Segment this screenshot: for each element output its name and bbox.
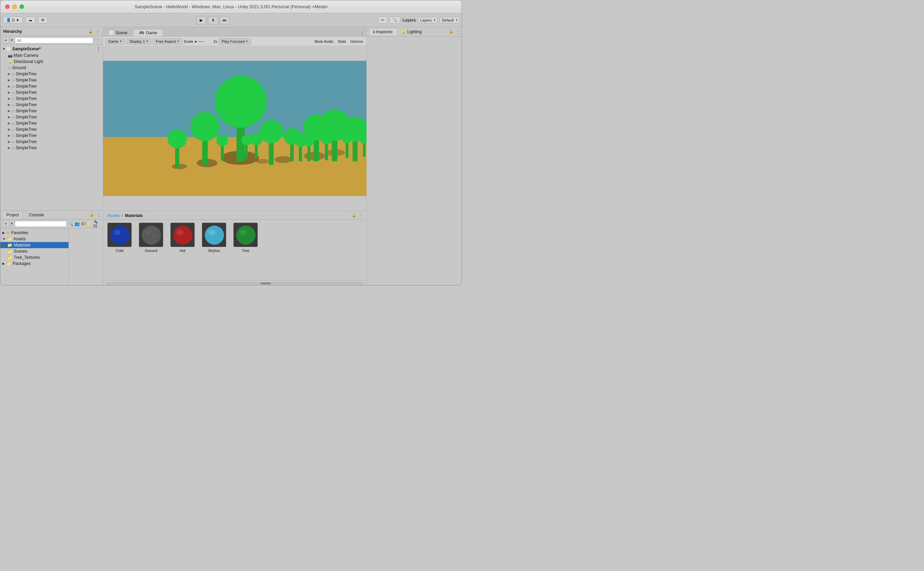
hierarchy-search-input[interactable] [15,37,93,43]
display-label: Display 1 [130,39,145,43]
assets-label: Assets [13,236,26,241]
list-item[interactable]: Skybox [200,222,228,253]
gizmos-button[interactable]: Gizmos [349,39,365,44]
scene-arrow: ▼ [2,47,6,51]
lock-icon-project[interactable]: 🔒 [90,213,94,217]
more-icon-inspector[interactable]: ⋮ [456,29,460,34]
list-item[interactable]: ▶▭SimpleTree [0,83,103,90]
list-item[interactable]: Ground [138,222,165,253]
layers-label: Layers [402,18,416,23]
item-icon: ▭ [8,66,11,70]
list-item[interactable]: ▶▭SimpleTree [0,96,103,102]
breadcrumb-assets[interactable]: Assets [107,213,119,218]
list-item[interactable]: Hot [169,222,196,253]
list-item[interactable]: 📷 Main Camera [0,52,103,59]
play-button[interactable]: ▶ [196,16,207,24]
star-icon[interactable]: ⭐ [87,221,92,226]
svg-rect-29 [307,144,310,162]
scrollbar-thumb[interactable] [261,282,271,284]
item-icon: ▭ [11,127,15,132]
more-icon[interactable]: ⋮ [95,29,100,34]
tab-inspector[interactable]: ℹ Inspector [369,28,397,35]
mute-audio-button[interactable]: Mute Audio [314,39,335,44]
add-asset-button[interactable]: + [2,221,9,227]
list-item[interactable]: ▶▭SimpleTree [0,133,103,139]
tag-icon[interactable]: 🏷 [81,221,85,226]
list-item[interactable]: ▶▭SimpleTree [0,71,103,77]
list-item[interactable]: ▶▭SimpleTree [0,126,103,133]
svg-point-53 [205,225,224,245]
pause-button[interactable]: ⏸ [208,16,218,24]
more-icon-project[interactable]: ⋮ [96,212,101,218]
cold-label: Cold [116,248,124,253]
inspector-tab-label: Inspector [376,29,392,34]
default-dropdown[interactable]: Default [439,17,460,23]
history-button[interactable]: ↩ [378,17,387,24]
item-label: SimpleTree [16,102,37,107]
favorites-label: Favorites [11,230,28,235]
services-button[interactable]: ⚙ [38,17,48,24]
tab-scene[interactable]: ⬜ Scene [103,29,133,36]
dropdown-arrow-small: ▼ [11,39,13,42]
account-button[interactable]: 👤 D ▼ [3,17,23,24]
minimize-button[interactable] [12,5,17,9]
packages-folder[interactable]: ▶ 📁 Packages [0,261,68,267]
maximize-button[interactable] [20,5,24,9]
close-button[interactable] [5,5,9,9]
hierarchy-search-icon[interactable]: ⋮ [94,37,101,43]
scale-dot: ● [195,39,197,43]
list-item[interactable]: Tree [232,222,259,253]
svg-point-38 [216,134,228,146]
tab-console[interactable]: Console [25,212,47,218]
lock-icon-assets[interactable]: 🔒 [352,213,357,218]
cloud-button[interactable]: ☁ [25,17,35,24]
layers-dropdown[interactable]: Layers [418,17,437,23]
list-item[interactable]: ▶▭SimpleTree [0,145,103,151]
list-item[interactable]: Cold [106,222,133,253]
play-focused-button[interactable]: Play Focused [219,39,251,45]
tab-project[interactable]: Project [2,211,23,218]
item-label: SimpleTree [16,133,37,138]
scene-tab-label: Scene [116,31,127,35]
list-item[interactable]: ▶▭SimpleTree [0,114,103,120]
more-icon-game[interactable]: ⋮ [360,31,365,36]
list-item[interactable]: ▶▭SimpleTree [0,120,103,126]
svg-point-54 [208,230,215,235]
item-icon: ▭ [11,121,15,126]
folder-icon: 📁 [7,249,12,254]
favorites-item[interactable]: ▶ ★ Favorites [0,230,68,236]
list-item[interactable]: ▶▭SimpleTree [0,90,103,96]
tab-lighting[interactable]: 💡 Lighting [397,28,426,35]
list-item[interactable]: ▶▭SimpleTree [0,102,103,108]
list-item[interactable]: ▶▭SimpleTree [0,139,103,145]
list-item[interactable]: 💡 Directional Light [0,59,103,65]
hierarchy-scene-root[interactable]: ▼ ⬜ SampleScene* ⋮ [0,46,103,52]
aspect-dropdown[interactable]: Free Aspect [153,39,182,45]
svg-point-43 [114,230,121,235]
step-icon: ⏭ [223,18,227,23]
step-button[interactable]: ⏭ [219,16,230,24]
stats-button[interactable]: Stats [336,39,348,44]
list-item[interactable]: ▶▭SimpleTree [0,77,103,83]
lock-icon-inspector[interactable]: 🔒 [449,29,454,34]
lock-icon[interactable]: 🔒 [88,29,93,34]
display-dropdown[interactable]: Display 1 [127,39,151,45]
scenes-folder[interactable]: 📁 Scenes [0,248,68,255]
scene-options[interactable]: ⋮ [96,46,101,52]
list-item[interactable]: ▭ Ground [0,65,103,71]
materials-folder[interactable]: 📁 Materials [0,242,68,248]
search-button[interactable]: 🔍 [389,17,400,24]
packages-icon[interactable]: 👥 [75,221,80,226]
project-search-input[interactable] [15,221,67,227]
scale-label: Scale [184,39,193,43]
more-icon-assets[interactable]: ⋮ [358,213,362,218]
list-item[interactable]: ▶▭SimpleTree [0,108,103,114]
arrow-icon: ▶ [8,115,10,119]
assets-folder[interactable]: ▼ 📁 Assets [0,236,68,242]
add-hierarchy-button[interactable]: + [2,37,9,43]
tab-game[interactable]: 🎮 Game [133,29,163,36]
project-search-icon[interactable]: 🔍 [68,221,73,226]
game-dropdown[interactable]: Game [105,39,125,45]
tree-textures-folder[interactable]: 📁 Tree_Textures [0,255,68,261]
assets-scrollbar[interactable] [103,280,366,286]
